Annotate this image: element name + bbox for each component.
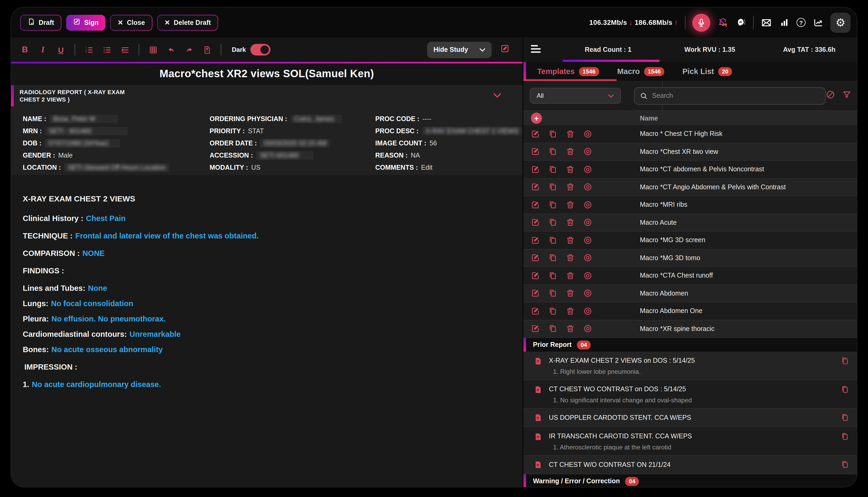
prior-report-item[interactable]: CT CHEST W/O CONTRAST ON 21/1/24 (523, 456, 857, 474)
trend-chart-icon[interactable] (812, 17, 824, 28)
macro-row[interactable]: Macro *CT Angio Abdomen & Pelvis with Co… (523, 179, 857, 196)
view-icon[interactable] (583, 147, 592, 156)
macro-row[interactable]: Macro * Chest CT High Risk (523, 125, 857, 143)
delete-icon[interactable] (566, 147, 575, 156)
indent-button[interactable] (120, 44, 130, 55)
close-button[interactable]: ✕ Close (110, 15, 152, 30)
prior-report-item[interactable]: X-RAY EXAM CHEST 2 VIEWS on DOS : 5/14/2… (523, 352, 857, 380)
copy-icon[interactable] (548, 200, 557, 209)
search-input[interactable] (652, 92, 820, 99)
macro-row[interactable]: Macro *CT abdomen & Pelvis Noncontrast (523, 161, 857, 179)
delete-icon[interactable] (566, 165, 575, 174)
collapse-chevron-icon[interactable] (493, 91, 501, 100)
undo-button[interactable] (166, 44, 176, 55)
copy-icon[interactable] (548, 147, 557, 156)
macro-row[interactable]: Macro *MG 3D tomo (523, 249, 857, 267)
macro-row[interactable]: Macro *XR spine thoracic (523, 320, 857, 338)
macro-row[interactable]: Macro *MRI ribs (523, 196, 857, 214)
notifications-muted-icon[interactable] (717, 17, 728, 28)
view-icon[interactable] (583, 129, 592, 139)
tab-macro[interactable]: Macro 1546 (617, 67, 664, 76)
edit-icon[interactable] (531, 289, 540, 298)
copy-icon[interactable] (548, 289, 557, 298)
copy-report-icon[interactable] (841, 385, 849, 396)
delete-icon[interactable] (566, 307, 575, 316)
category-select[interactable]: All (530, 88, 621, 104)
macro-row[interactable]: Macro *MG 3D screen (523, 231, 857, 249)
edit-icon[interactable] (531, 271, 540, 280)
sign-button[interactable]: Sign (66, 15, 105, 30)
add-macro-button[interactable]: + (531, 113, 542, 124)
prior-report-item[interactable]: IR TRANSCATH CAROTID STENT. CCA W/EPS 1.… (523, 427, 857, 456)
dark-mode-toggle[interactable] (250, 44, 270, 56)
copy-icon[interactable] (548, 271, 557, 280)
delete-icon[interactable] (566, 200, 575, 209)
delete-icon[interactable] (566, 218, 575, 227)
view-icon[interactable] (583, 183, 592, 191)
copy-icon[interactable] (548, 254, 557, 262)
macro-row[interactable]: Macro Acute (523, 214, 857, 231)
mail-icon[interactable] (760, 17, 772, 28)
funnel-filter-icon[interactable] (842, 90, 852, 101)
paste-document-button[interactable] (202, 44, 212, 55)
radiology-report-header[interactable]: RADIOLOGY REPORT ( X-RAY EXAM CHEST 2 VI… (11, 85, 522, 106)
edit-icon[interactable] (531, 236, 540, 245)
copy-icon[interactable] (548, 324, 557, 333)
clear-filter-icon[interactable] (826, 90, 835, 101)
delete-icon[interactable] (566, 183, 575, 191)
view-icon[interactable] (583, 200, 592, 209)
comments-edit-link[interactable]: Edit (421, 164, 432, 171)
delete-icon[interactable] (566, 289, 575, 298)
report-body[interactable]: X-RAY EXAM CHEST 2 VIEWS Clinical Histor… (11, 175, 522, 390)
view-icon[interactable] (583, 165, 592, 174)
underline-button[interactable]: U (56, 44, 66, 55)
ordered-list-button[interactable]: 123 (84, 44, 94, 55)
prior-report-item[interactable]: CT CHEST WO CONTRAST on DOS : 5/14/25 1.… (523, 380, 857, 409)
macro-row[interactable]: Macro *CTA Chest runoff (523, 267, 857, 285)
copy-icon[interactable] (548, 165, 557, 174)
edit-icon[interactable] (531, 218, 540, 227)
copy-icon[interactable] (548, 129, 557, 139)
edit-report-button[interactable] (500, 44, 510, 56)
help-icon[interactable]: ? (797, 18, 805, 27)
tab-templates[interactable]: Templates 1546 (537, 67, 599, 76)
copy-report-icon[interactable] (841, 413, 849, 424)
edit-icon[interactable] (531, 307, 540, 316)
italic-button[interactable]: I (38, 44, 48, 55)
view-icon[interactable] (583, 254, 592, 262)
copy-icon[interactable] (548, 236, 557, 245)
microphone-button[interactable] (692, 13, 710, 31)
tab-pick-list[interactable]: Pick List 20 (683, 67, 732, 76)
menu-icon[interactable] (531, 45, 541, 55)
delete-draft-button[interactable]: ✕ Delete Draft (157, 15, 218, 30)
view-icon[interactable] (583, 324, 592, 333)
edit-icon[interactable] (531, 165, 540, 174)
delete-icon[interactable] (566, 324, 575, 333)
edit-icon[interactable] (531, 200, 540, 209)
delete-icon[interactable] (566, 236, 575, 245)
copy-report-icon[interactable] (841, 432, 849, 443)
edit-icon[interactable] (531, 147, 540, 156)
copy-icon[interactable] (548, 183, 557, 191)
prior-report-header[interactable]: Prior Report 04 (523, 338, 857, 352)
view-icon[interactable] (583, 218, 592, 227)
bar-chart-icon[interactable] (779, 17, 790, 28)
view-icon[interactable] (583, 289, 592, 298)
prior-report-item[interactable]: US DOPPLER CARDOTID STENT. CCA W/EPS (523, 409, 857, 427)
redo-button[interactable] (184, 44, 194, 55)
edit-icon[interactable] (531, 254, 540, 262)
macro-row[interactable]: Macro Abdomen (523, 285, 857, 302)
copy-report-icon[interactable] (841, 356, 849, 368)
edit-icon[interactable] (531, 183, 540, 191)
insert-table-button[interactable] (148, 44, 158, 55)
delete-icon[interactable] (566, 271, 575, 280)
warning-error-correction-header[interactable]: Warning / Error / Correction 04 (523, 474, 857, 487)
edit-icon[interactable] (531, 129, 540, 139)
delete-icon[interactable] (566, 129, 575, 139)
hide-study-dropdown[interactable]: Hide Study (427, 42, 492, 58)
bullet-list-button[interactable] (101, 44, 112, 55)
copy-icon[interactable] (548, 307, 557, 316)
draft-button[interactable]: Draft (20, 15, 61, 30)
macro-row[interactable]: Macro Abdomen One (523, 302, 857, 320)
copy-icon[interactable] (548, 218, 557, 227)
